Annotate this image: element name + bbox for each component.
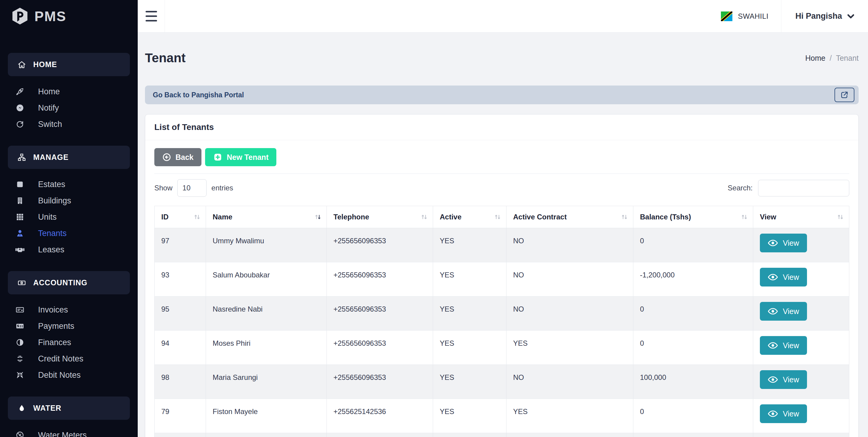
hamburger-menu-icon[interactable] [138, 0, 164, 32]
sidebar-section-manage[interactable]: MANAGE [8, 146, 130, 169]
breadcrumb: Home / Tenant [805, 54, 859, 63]
user-menu[interactable]: Hi Pangisha [781, 0, 868, 32]
sidebar-nav: HOME Home Notify Switch [0, 32, 138, 437]
sort-icon [740, 214, 748, 220]
column-header-active-contract[interactable]: Active Contract [506, 206, 633, 228]
compress-arrows-icon [14, 371, 25, 379]
column-header-telephone[interactable]: Telephone [327, 206, 433, 228]
sidebar-item-buildings[interactable]: Buildings [0, 193, 138, 209]
new-tenant-button[interactable]: New Tenant [205, 148, 276, 166]
sidebar-section-accounting[interactable]: ACCOUNTING [8, 271, 130, 294]
tenants-table: ID Name Telephone Active Active Contract… [154, 206, 849, 437]
breadcrumb-separator: / [830, 54, 832, 63]
money-check-icon [14, 305, 25, 314]
brand-logo[interactable]: PMS [0, 0, 138, 32]
sidebar-item-switch[interactable]: Switch [0, 116, 138, 133]
view-button[interactable]: View [760, 404, 807, 423]
handshake-icon [14, 245, 25, 254]
money-check-dollar-icon [14, 322, 25, 331]
table-row: 95 Nasredine Nabi +255656096353 YES NO 0… [155, 296, 849, 331]
view-button[interactable]: View [760, 234, 807, 252]
sort-icon [620, 214, 628, 220]
external-link-button[interactable] [835, 88, 855, 102]
section-label: MANAGE [33, 153, 68, 162]
sidebar-section-water[interactable]: WATER [8, 397, 130, 420]
banknote-icon [16, 278, 27, 287]
arrow-circle-left-icon [162, 153, 171, 162]
eye-icon [768, 410, 778, 417]
table-row: 94 Moses Phiri +255656096353 YES YES 0 V… [155, 331, 849, 365]
droplet-icon [16, 404, 27, 412]
column-header-active[interactable]: Active [433, 206, 506, 228]
sidebar-item-home[interactable]: Home [0, 83, 138, 100]
sidebar-item-finances[interactable]: Finances [0, 334, 138, 351]
show-label: Show [154, 184, 173, 192]
entries-count-input[interactable] [177, 179, 207, 197]
column-header-view[interactable]: View [753, 206, 849, 228]
column-header-name[interactable]: Name [206, 206, 327, 228]
grid-icon [14, 213, 25, 221]
eye-icon [768, 239, 778, 246]
sidebar-item-notify[interactable]: Notify [0, 100, 138, 116]
section-label: WATER [33, 404, 61, 412]
sort-icon [494, 214, 501, 220]
view-button[interactable]: View [760, 370, 807, 389]
eye-icon [768, 376, 778, 383]
brand-name: PMS [34, 8, 66, 25]
eye-icon [768, 273, 778, 281]
table-row: 79 Fiston Mayele +255625142536 YES YES 0… [155, 399, 849, 433]
search-label: Search: [727, 184, 753, 192]
view-button[interactable]: View [760, 302, 807, 321]
tanzania-flag-icon [721, 11, 733, 21]
building-icon [14, 197, 25, 205]
square-icon [14, 180, 25, 188]
column-header-id[interactable]: ID [155, 206, 206, 228]
sidebar-section-home[interactable]: HOME [8, 53, 130, 76]
breadcrumb-home-link[interactable]: Home [805, 54, 826, 63]
main-content: Tenant Home / Tenant Go Back to Pangisha… [138, 33, 868, 437]
view-button[interactable]: View [760, 268, 807, 287]
column-header-balance[interactable]: Balance (Tshs) [633, 206, 753, 228]
entries-label: entries [211, 184, 233, 192]
sidebar-item-credit-notes[interactable]: Credit Notes [0, 351, 138, 367]
sidebar-item-water-meters[interactable]: Water Meters [0, 427, 138, 437]
sidebar-item-payments[interactable]: Payments [0, 318, 138, 334]
sitemap-icon [16, 153, 27, 162]
messenger-icon [14, 104, 25, 112]
table-row: 98 Maria Sarungi +255656096353 YES NO 10… [155, 365, 849, 399]
user-greeting: Hi Pangisha [795, 11, 842, 21]
sidebar-item-tenants[interactable]: Tenants [0, 225, 138, 241]
portal-banner: Go Back to Pangisha Portal [145, 86, 859, 104]
topbar: SWAHILI Hi Pangisha [138, 0, 868, 33]
sidebar-item-invoices[interactable]: Invoices [0, 301, 138, 318]
home-icon [16, 60, 27, 69]
plus-square-icon [213, 152, 223, 162]
back-button[interactable]: Back [154, 148, 202, 166]
view-button[interactable]: View [760, 336, 807, 355]
eye-icon [768, 308, 778, 315]
language-selector[interactable]: SWAHILI [708, 0, 781, 32]
user-icon [14, 229, 25, 237]
sort-icon [193, 214, 201, 220]
refresh-icon [14, 120, 25, 128]
sort-icon [420, 214, 428, 220]
compress-plus-icon [14, 354, 25, 363]
chevron-down-icon [847, 13, 855, 19]
external-link-icon [840, 91, 849, 99]
sidebar-item-leases[interactable]: Leases [0, 241, 138, 258]
search-input[interactable] [758, 180, 849, 197]
meter-icon [14, 431, 25, 437]
language-label: SWAHILI [738, 12, 768, 21]
sidebar-item-debit-notes[interactable]: Debit Notes [0, 367, 138, 383]
sidebar-item-estates[interactable]: Estates [0, 176, 138, 193]
card-title: List of Tenants [154, 122, 849, 132]
table-row-partial [155, 433, 849, 437]
sidebar-item-units[interactable]: Units [0, 209, 138, 225]
page-title: Tenant [145, 51, 186, 65]
topbar-divider [164, 0, 165, 32]
eye-icon [768, 342, 778, 349]
portal-banner-link[interactable]: Go Back to Pangisha Portal [153, 91, 244, 99]
rocket-icon [14, 87, 25, 96]
sort-icon [836, 214, 844, 220]
sidebar: PMS HOME Home Notify [0, 0, 138, 437]
